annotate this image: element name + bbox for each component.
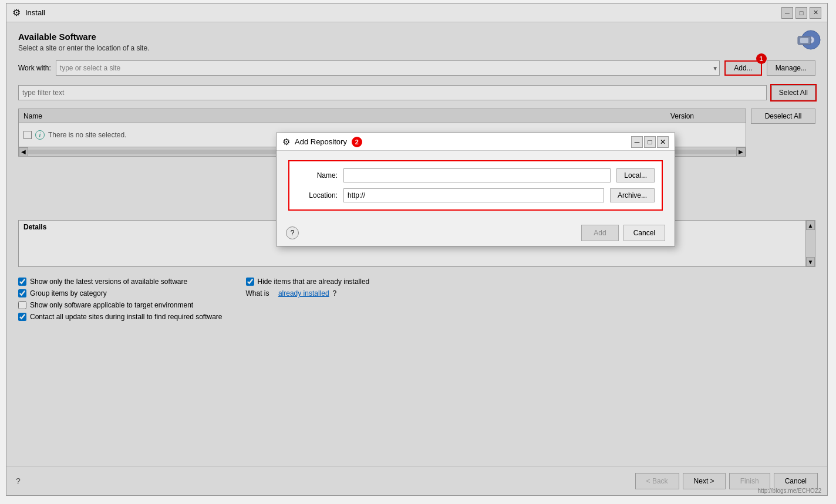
location-label: Location:	[296, 191, 338, 199]
modal-cancel-button[interactable]: Cancel	[623, 225, 665, 241]
location-row: Location: Archive...	[296, 188, 655, 202]
modal-footer: ? Add Cancel	[277, 220, 675, 246]
local-button[interactable]: Local...	[616, 168, 655, 182]
step-2-badge: 2	[352, 137, 362, 147]
modal-add-button[interactable]: Add	[581, 225, 618, 241]
modal-minimize-button[interactable]: ─	[631, 136, 643, 148]
modal-title-bar: ⚙ Add Repository 2 ─ □ ✕	[277, 133, 675, 151]
modal-title-left: ⚙ Add Repository 2	[282, 137, 362, 147]
modal-body: Name: Local... Location: Archive...	[277, 151, 675, 220]
modal-app-icon: ⚙	[282, 137, 290, 147]
modal-overlay: ⚙ Add Repository 2 ─ □ ✕ Name: Lo	[6, 4, 827, 495]
modal-action-buttons: Add Cancel	[581, 225, 665, 241]
location-input[interactable]	[343, 188, 604, 202]
add-repository-modal: ⚙ Add Repository 2 ─ □ ✕ Name: Lo	[276, 133, 675, 246]
modal-close-button[interactable]: ✕	[657, 136, 669, 148]
modal-help-button[interactable]: ?	[286, 226, 299, 239]
archive-button[interactable]: Archive...	[610, 188, 655, 202]
modal-controls: ─ □ ✕	[631, 136, 669, 148]
modal-form-area: Name: Local... Location: Archive...	[288, 160, 663, 211]
main-window: ⚙ Install ─ □ ✕ Available Software Selec…	[6, 3, 828, 496]
name-label: Name:	[296, 171, 338, 180]
name-row: Name: Local...	[296, 168, 655, 182]
modal-title-text: Add Repository	[295, 137, 347, 146]
modal-maximize-button[interactable]: □	[644, 136, 656, 148]
name-input[interactable]	[343, 168, 611, 182]
